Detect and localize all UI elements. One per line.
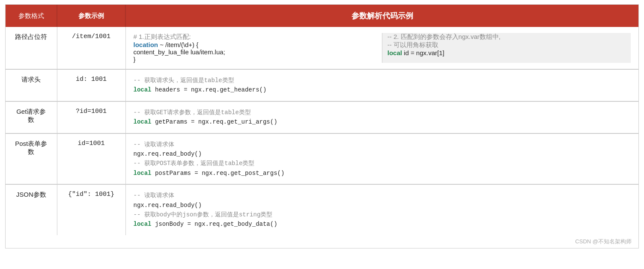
code-line3: content_by_lua_file lua/item.lua;: [134, 48, 225, 56]
code-line1: ngx.req.read_body(): [134, 151, 202, 157]
code-right-kw: local: [388, 49, 402, 56]
format-cell: Get请求参数: [6, 101, 57, 133]
code-right-comment2: -- 可以用角标获取: [388, 41, 438, 48]
code-line4: }: [134, 56, 136, 63]
main-table-wrapper: 参数格式 参数示例 参数解析代码示例 路径占位符 /item/1001 # 1.…: [5, 4, 639, 248]
code-comment1: # 1.正则表达式匹配:: [134, 33, 191, 40]
code-rest: getParams = ngx.req.get_uri_args(): [152, 118, 277, 125]
example-cell: id: 1001: [57, 69, 125, 101]
table-row: JSON参数 {"id": 1001} -- 读取请求体 ngx.req.rea…: [6, 184, 638, 235]
format-label: 请求头: [21, 76, 41, 83]
format-cell: 请求头: [6, 69, 57, 101]
code-rest: postParams = ngx.req.get_post_args(): [152, 170, 285, 177]
header-col-example: 参数示例: [57, 5, 125, 27]
code-comment2: -- 获取POST表单参数，返回值是table类型: [134, 160, 255, 167]
code-kw: local: [134, 221, 152, 228]
code-split: # 1.正则表达式匹配: location ~ /item/(\d+) { co…: [134, 33, 631, 63]
code-comment: -- 获取GET请求参数，返回值是table类型: [134, 109, 251, 116]
format-label: Post表单参数: [15, 140, 47, 155]
table-row: 路径占位符 /item/1001 # 1.正则表达式匹配: location ~…: [6, 27, 638, 69]
example-cell: /item/1001: [57, 27, 125, 69]
code-kw: local: [134, 86, 152, 93]
example-value: ?id=1001: [76, 108, 107, 115]
watermark-text: CSDN @不知名架构师: [6, 235, 638, 248]
example-value: id=1001: [78, 140, 104, 147]
code-kw: local: [134, 118, 152, 125]
format-cell: JSON参数: [6, 184, 57, 235]
code-line1: ngx.req.read_body(): [134, 202, 202, 209]
code-cell: -- 读取请求体 ngx.req.read_body() -- 获取POST表单…: [125, 133, 638, 185]
format-label: Get请求参数: [16, 108, 46, 123]
code-cell: -- 读取请求体 ngx.req.read_body() -- 获取body中的…: [125, 184, 638, 235]
code-comment2: -- 获取body中的json参数，返回值是string类型: [134, 211, 273, 218]
code-left: # 1.正则表达式匹配: location ~ /item/(\d+) { co…: [134, 33, 382, 63]
code-kw: local: [134, 170, 152, 177]
code-right: -- 2. 匹配到的参数会存入ngx.var数组中, -- 可以用角标获取 lo…: [382, 33, 631, 63]
code-cell: -- 获取请求头，返回值是table类型 local headers = ngx…: [125, 69, 638, 101]
example-value: {"id": 1001}: [68, 191, 114, 198]
code-comment1: -- 读取请求体: [134, 141, 174, 148]
code-right-comment1: -- 2. 匹配到的参数会存入ngx.var数组中,: [388, 33, 501, 40]
code-cell: # 1.正则表达式匹配: location ~ /item/(\d+) { co…: [125, 27, 638, 69]
table-row: 请求头 id: 1001 -- 获取请求头，返回值是table类型 local …: [6, 69, 638, 101]
format-label: JSON参数: [16, 191, 46, 198]
example-cell: ?id=1001: [57, 101, 125, 133]
table-row: Get请求参数 ?id=1001 -- 获取GET请求参数，返回值是table类…: [6, 101, 638, 133]
example-value: /item/1001: [72, 33, 110, 40]
code-comment1: -- 读取请求体: [134, 192, 174, 199]
header-col-code: 参数解析代码示例: [125, 5, 638, 27]
example-value: id: 1001: [76, 76, 107, 83]
table-row: Post表单参数 id=1001 -- 读取请求体 ngx.req.read_b…: [6, 133, 638, 185]
format-cell: Post表单参数: [6, 133, 57, 185]
format-cell: 路径占位符: [6, 27, 57, 69]
code-location-kw: location: [134, 41, 158, 48]
code-line2-rest: ~ /item/(\d+) {: [158, 41, 198, 48]
code-cell: -- 获取GET请求参数，返回值是table类型 local getParams…: [125, 101, 638, 133]
code-right-rest: id = ngx.var[1]: [402, 49, 444, 56]
code-comment: -- 获取请求头，返回值是table类型: [134, 77, 234, 84]
example-cell: id=1001: [57, 133, 125, 185]
code-rest: headers = ngx.req.get_headers(): [152, 86, 267, 93]
example-cell: {"id": 1001}: [57, 184, 125, 235]
params-table: 参数格式 参数示例 参数解析代码示例 路径占位符 /item/1001 # 1.…: [6, 5, 638, 235]
table-header-row: 参数格式 参数示例 参数解析代码示例: [6, 5, 638, 27]
format-label: 路径占位符: [15, 33, 47, 40]
header-col-format: 参数格式: [6, 5, 57, 27]
code-rest: jsonBody = ngx.req.get_body_data(): [152, 221, 277, 228]
